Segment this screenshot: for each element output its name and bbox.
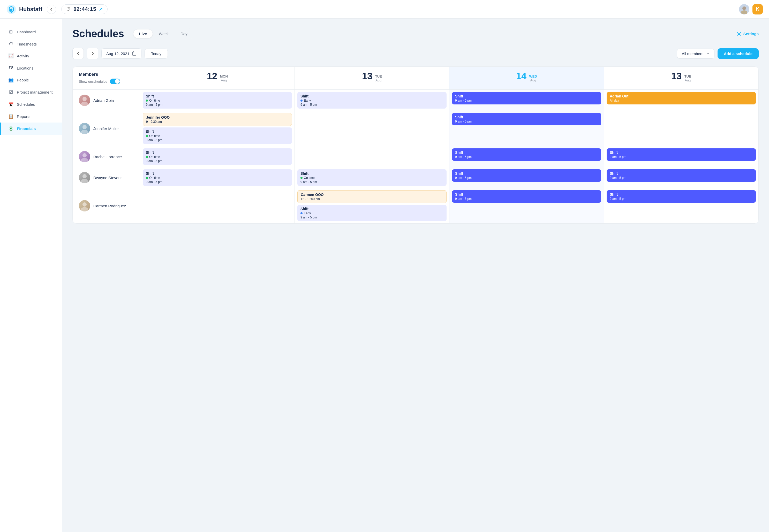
sidebar-item-locations[interactable]: 🗺 Locations: [0, 62, 62, 74]
sidebar-item-project-management[interactable]: ☑ Project management: [0, 86, 62, 98]
day-info-1: TUE Aug: [375, 74, 382, 82]
shift-block-r4-d1-b1[interactable]: ShiftEarly9 am - 5 pm: [297, 205, 447, 221]
day-cell-r2-d1[interactable]: [295, 146, 449, 167]
tab-live[interactable]: Live: [133, 29, 153, 38]
controls-bar: Aug 12, 2021 Today All members Add a sch…: [72, 48, 759, 59]
shift-block-r0-d0-b0[interactable]: ShiftOn time9 am - 5 pm: [143, 92, 292, 109]
shift-block-r0-d1-b0[interactable]: ShiftEarly9 am - 5 pm: [297, 92, 447, 109]
day-cell-r3-d1[interactable]: ShiftOn time9 am - 5 pm: [295, 167, 449, 188]
member-cell-2[interactable]: Rachel Lorrence: [73, 146, 140, 167]
today-button[interactable]: Today: [145, 49, 168, 59]
sidebar-item-reports[interactable]: 📋 Reports: [0, 110, 62, 123]
day-cell-r4-d3[interactable]: Shift9 am - 5 pm: [604, 188, 758, 223]
sidebar-item-schedules[interactable]: 📅 Schedules: [0, 98, 62, 110]
sidebar-label-locations: Locations: [17, 66, 33, 70]
table-row: Adrian Goia ShiftOn time9 am - 5 pmShift…: [73, 90, 758, 111]
day-cell-r1-d1[interactable]: [295, 111, 449, 146]
tab-day[interactable]: Day: [175, 29, 193, 38]
sidebar-label-timesheets: Timesheets: [17, 42, 37, 46]
shift-block-r0-d3-b0[interactable]: Adrian OutAll day: [607, 92, 756, 104]
day-cell-r2-d2[interactable]: Shift9 am - 5 pm: [449, 146, 604, 167]
sidebar-label-financials: Financials: [17, 126, 36, 131]
shift-block-r1-d2-b0[interactable]: Shift9 am - 5 pm: [452, 113, 601, 125]
sidebar-item-people[interactable]: 👥 People: [0, 74, 62, 86]
shift-time: 9 am - 5 pm: [455, 155, 598, 159]
settings-icon: [737, 32, 741, 36]
shift-block-r3-d0-b0[interactable]: ShiftOn time9 am - 5 pm: [143, 169, 292, 186]
members-filter[interactable]: All members: [677, 49, 714, 59]
unscheduled-toggle[interactable]: [110, 79, 120, 84]
timer-icon: ⏱: [66, 6, 71, 12]
member-cell-4[interactable]: Carmen Rodriguez: [73, 188, 140, 223]
shift-time: 9 am - 5 pm: [610, 176, 753, 180]
shift-block-r0-d2-b0[interactable]: Shift9 am - 5 pm: [452, 92, 601, 104]
shift-block-r4-d1-b0[interactable]: Carmen OOO12 - 13:00 pm: [297, 190, 447, 203]
sidebar-item-timesheets[interactable]: ⏱ Timesheets: [0, 38, 62, 50]
day-cell-r1-d2[interactable]: Shift9 am - 5 pm: [449, 111, 604, 146]
day-cell-r3-d2[interactable]: Shift9 am - 5 pm: [449, 167, 604, 188]
back-button[interactable]: [47, 5, 56, 14]
day-cell-r0-d1[interactable]: ShiftEarly9 am - 5 pm: [295, 90, 449, 111]
date-picker-button[interactable]: Aug 12, 2021: [101, 48, 141, 59]
shift-title: Shift: [146, 171, 289, 176]
sidebar-item-dashboard[interactable]: ⊞ Dashboard: [0, 26, 62, 38]
view-tabs: Live Week Day: [132, 28, 194, 39]
members-column-header: Members Show unscheduled: [73, 67, 140, 89]
sidebar-label-people: People: [17, 78, 29, 82]
day-info-0: MON Aug: [220, 74, 228, 82]
member-avatar-0: [79, 95, 90, 106]
status-dot: [300, 100, 303, 102]
shift-block-r3-d1-b0[interactable]: ShiftOn time9 am - 5 pm: [297, 169, 447, 186]
day-cell-r1-d3[interactable]: [604, 111, 758, 146]
day-cell-r4-d1[interactable]: Carmen OOO12 - 13:00 pmShiftEarly9 am - …: [295, 188, 449, 223]
member-cell-0[interactable]: Adrian Goia: [73, 90, 140, 111]
shift-block-r4-d3-b0[interactable]: Shift9 am - 5 pm: [607, 190, 756, 203]
main-content: Schedules Live Week Day Settings: [62, 19, 769, 532]
svg-point-10: [81, 158, 88, 162]
table-header: Members Show unscheduled 12 MON Aug: [73, 67, 758, 90]
settings-button[interactable]: Settings: [737, 32, 759, 36]
day-cell-r0-d3[interactable]: Adrian OutAll day: [604, 90, 758, 111]
prev-date-button[interactable]: [72, 48, 84, 59]
shift-block-r4-d2-b0[interactable]: Shift9 am - 5 pm: [452, 190, 601, 203]
schedule-table: Members Show unscheduled 12 MON Aug: [72, 66, 759, 224]
topbar-right: K: [739, 4, 763, 14]
day-cell-r0-d2[interactable]: Shift9 am - 5 pm: [449, 90, 604, 111]
shift-block-r1-d0-b1[interactable]: ShiftOn time9 am - 5 pm: [143, 127, 292, 144]
member-avatar-4: [79, 200, 90, 211]
members-filter-label: All members: [682, 51, 703, 56]
shift-block-r3-d2-b0[interactable]: Shift9 am - 5 pm: [452, 169, 601, 182]
day-cell-r2-d0[interactable]: ShiftOn time9 am - 5 pm: [140, 146, 295, 167]
sidebar-item-financials[interactable]: 💲 Financials: [0, 123, 62, 135]
status-dot: [146, 135, 148, 137]
day-cell-r4-d2[interactable]: Shift9 am - 5 pm: [449, 188, 604, 223]
shift-block-r2-d2-b0[interactable]: Shift9 am - 5 pm: [452, 148, 601, 161]
tab-week[interactable]: Week: [153, 29, 174, 38]
member-cell-3[interactable]: Dwayne Stevens: [73, 167, 140, 188]
shift-time: 9 am - 5 pm: [455, 197, 598, 201]
shift-time: 9 am - 5 pm: [300, 216, 443, 219]
day-cell-r3-d0[interactable]: ShiftOn time9 am - 5 pm: [140, 167, 295, 188]
sidebar-item-activity[interactable]: 📈 Activity: [0, 50, 62, 62]
shift-block-r2-d0-b0[interactable]: ShiftOn time9 am - 5 pm: [143, 148, 292, 165]
shift-block-r1-d0-b0[interactable]: Jennifer OOO9 - 9:30 am: [143, 113, 292, 126]
day-cell-r1-d0[interactable]: Jennifer OOO9 - 9:30 amShiftOn time9 am …: [140, 111, 295, 146]
day-cell-r3-d3[interactable]: Shift9 am - 5 pm: [604, 167, 758, 188]
day-num-2: 14: [516, 71, 526, 82]
timer-area[interactable]: ⏱ 02:44:15 ↗: [61, 4, 108, 14]
day-cell-r2-d3[interactable]: Shift9 am - 5 pm: [604, 146, 758, 167]
day-cell-r0-d0[interactable]: ShiftOn time9 am - 5 pm: [140, 90, 295, 111]
status-dot: [146, 100, 148, 102]
org-avatar[interactable]: K: [752, 4, 763, 14]
user-avatar[interactable]: [739, 4, 749, 14]
shift-block-r3-d3-b0[interactable]: Shift9 am - 5 pm: [607, 169, 756, 182]
shift-block-r2-d3-b0[interactable]: Shift9 am - 5 pm: [607, 148, 756, 161]
member-cell-1[interactable]: Jennifer Muller: [73, 111, 140, 146]
day-cell-r4-d0[interactable]: [140, 188, 295, 223]
shift-status: On time: [146, 176, 289, 180]
show-unscheduled-control[interactable]: Show unscheduled: [79, 79, 134, 84]
day-month-3: Aug: [684, 78, 691, 82]
next-date-button[interactable]: [87, 48, 98, 59]
sidebar-label-project-management: Project management: [17, 90, 52, 94]
add-schedule-button[interactable]: Add a schedule: [718, 48, 759, 59]
